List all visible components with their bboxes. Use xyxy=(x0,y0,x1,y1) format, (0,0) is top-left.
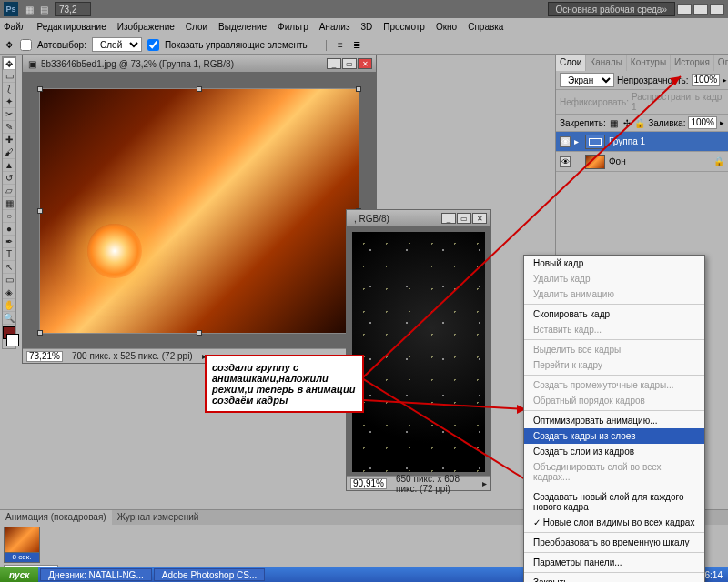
menu-item[interactable]: ✓ Новые слои видимы во всех кадрах xyxy=(524,515,704,530)
menu-window[interactable]: Окно xyxy=(436,22,457,32)
opacity-field[interactable]: 100% xyxy=(692,74,721,86)
doc1-dims: 700 пикс. x 525 пикс. (72 ppi) xyxy=(72,351,193,361)
move-tool-icon: ✥ xyxy=(4,39,15,50)
move-tool[interactable]: ✥ xyxy=(3,57,15,70)
autoselect-checkbox[interactable] xyxy=(20,39,32,51)
menu-analysis[interactable]: Анализ xyxy=(319,22,350,32)
maximize-icon[interactable]: ▭ xyxy=(693,4,708,15)
align-icon[interactable]: ≡ xyxy=(335,39,346,50)
menu-item: Создать промежуточные кадры... xyxy=(524,377,704,393)
crop-tool[interactable]: ✂ xyxy=(3,108,15,121)
close-icon[interactable]: ✕ xyxy=(710,4,724,15)
menu-item[interactable]: Создать слои из кадров xyxy=(524,444,704,459)
tab-actions[interactable]: Операции xyxy=(714,55,728,71)
blur-tool[interactable]: ○ xyxy=(3,210,15,223)
menu-item: Удалить кадр xyxy=(524,271,704,286)
zoom-tool[interactable]: 🔍 xyxy=(3,312,15,325)
bridge-icon[interactable]: ▦ xyxy=(24,4,35,15)
tab-paths[interactable]: Контуры xyxy=(627,55,671,71)
minibridge-icon[interactable]: ▤ xyxy=(38,4,49,15)
document-window-1: ▣ 5b33646b5ed1.jpg @ 73,2% (Группа 1, RG… xyxy=(22,55,377,364)
transform-handles[interactable] xyxy=(39,88,359,334)
menu-select[interactable]: Выделение xyxy=(218,22,267,32)
app-titlebar: Ps ▦ ▤ Основная рабочая среда » _ ▭ ✕ xyxy=(0,0,728,18)
doc1-max-button[interactable]: ▭ xyxy=(342,58,357,69)
taskbar-item[interactable]: Adobe Photoshop CS... xyxy=(154,568,266,581)
workspace-label: Основная рабочая среда xyxy=(556,5,662,15)
autoselect-label: Автовыбор: xyxy=(37,40,86,50)
tab-measure-log[interactable]: Журнал измерений xyxy=(112,510,205,525)
align-icon[interactable]: ≣ xyxy=(351,39,362,50)
autoselect-mode[interactable]: Слой xyxy=(92,37,142,52)
menu-item: Удалить анимацию xyxy=(524,286,704,302)
tab-layers[interactable]: Слои xyxy=(556,55,586,71)
toolbox: ✥ ▭ ⟅ ✦ ✂ ✎ ✚ 🖌 ▲ ↺ ▱ ▦ ○ ● ✒ T ↖ ▭ ◈ ✋ … xyxy=(2,56,16,349)
taskbar-item[interactable]: Дневник: NATALI-NG... xyxy=(40,568,151,581)
doc1-zoom-field[interactable] xyxy=(26,351,63,362)
frame-1[interactable]: 0 сек. xyxy=(4,527,40,563)
tab-animation[interactable]: Анимация (покадровая) xyxy=(0,510,112,525)
ps-doc-icon: ▣ xyxy=(26,58,37,69)
svg-line-0 xyxy=(362,378,544,491)
marquee-tool[interactable]: ▭ xyxy=(3,70,15,83)
tab-channels[interactable]: Каналы xyxy=(586,55,627,71)
menu-item[interactable]: Преобразовать во временную шкалу xyxy=(524,535,704,550)
tab-history[interactable]: История xyxy=(671,55,714,71)
brush-tool[interactable]: 🖌 xyxy=(3,146,15,159)
menu-item[interactable]: Закрыть xyxy=(524,575,704,582)
menu-file[interactable]: Файл xyxy=(4,22,26,32)
lasso-tool[interactable]: ⟅ xyxy=(3,83,15,95)
eraser-tool[interactable]: ▱ xyxy=(3,185,15,197)
heal-tool[interactable]: ✚ xyxy=(3,134,15,146)
menubar: Файл Редактирование Изображение Слои Выд… xyxy=(0,18,728,35)
menu-layer[interactable]: Слои xyxy=(186,22,207,32)
menu-3d[interactable]: 3D xyxy=(360,22,372,32)
menu-edit[interactable]: Редактирование xyxy=(37,22,106,32)
stamp-tool[interactable]: ▲ xyxy=(3,159,15,172)
frame-time[interactable]: 0 сек. xyxy=(5,553,39,562)
eyedropper-tool[interactable]: ✎ xyxy=(3,121,15,134)
svg-line-4 xyxy=(364,400,526,409)
menu-help[interactable]: Справка xyxy=(468,22,503,32)
menu-item[interactable]: Создавать новый слой для каждого нового … xyxy=(524,489,704,515)
menu-filter[interactable]: Фильтр xyxy=(278,22,308,32)
bg-color-swatch[interactable] xyxy=(6,334,19,346)
minimize-icon[interactable]: _ xyxy=(677,4,692,15)
menu-item: Объединировать слой во всех кадрах... xyxy=(524,459,704,485)
menu-item: Обратный порядок кадров xyxy=(524,393,704,408)
menu-item[interactable]: Скопировать кадр xyxy=(524,306,704,322)
hand-tool[interactable]: ✋ xyxy=(3,299,15,312)
zoom-field[interactable] xyxy=(55,2,91,16)
annotation-box: создали группу с анимашками,наложили реж… xyxy=(205,355,364,413)
menu-item[interactable]: Создать кадры из слоев xyxy=(524,428,704,444)
path-tool[interactable]: ↖ xyxy=(3,261,15,274)
menu-item: Перейти к кадру xyxy=(524,357,704,373)
menu-item: Вставить кадр... xyxy=(524,322,704,337)
menu-view[interactable]: Просмотр xyxy=(383,22,425,32)
doc1-close-button[interactable]: ✕ xyxy=(358,58,372,69)
animation-panel-menu: Новый кадрУдалить кадрУдалить анимациюСк… xyxy=(523,255,705,582)
dodge-tool[interactable]: ● xyxy=(3,223,15,236)
show-controls-checkbox[interactable] xyxy=(147,39,159,51)
ps-logo-icon: Ps xyxy=(4,2,18,16)
doc1-titlebar[interactable]: ▣ 5b33646b5ed1.jpg @ 73,2% (Группа 1, RG… xyxy=(23,55,376,72)
doc1-min-button[interactable]: _ xyxy=(327,58,341,69)
doc1-title: 5b33646b5ed1.jpg @ 73,2% (Группа 1, RGB/… xyxy=(41,59,234,69)
menu-item[interactable]: Новый кадр xyxy=(524,256,704,271)
3d-tool[interactable]: ◈ xyxy=(3,286,15,299)
lock-icon: 🔒 xyxy=(713,156,724,167)
frame-thumb xyxy=(5,527,39,553)
history-brush-tool[interactable]: ↺ xyxy=(3,172,15,185)
menu-item[interactable]: Параметры панели... xyxy=(524,555,704,570)
start-button[interactable]: пуск xyxy=(0,567,38,582)
fill-field[interactable]: 100% xyxy=(688,116,717,129)
wand-tool[interactable]: ✦ xyxy=(3,95,15,108)
menu-item[interactable]: Оптимизировать анимацию... xyxy=(524,413,704,428)
type-tool[interactable]: T xyxy=(3,248,15,261)
workspace-switcher[interactable]: Основная рабочая среда » xyxy=(548,2,675,16)
pen-tool[interactable]: ✒ xyxy=(3,236,15,248)
gradient-tool[interactable]: ▦ xyxy=(3,197,15,210)
menu-image[interactable]: Изображение xyxy=(117,22,175,32)
shape-tool[interactable]: ▭ xyxy=(3,274,15,286)
doc1-canvas[interactable] xyxy=(23,72,376,350)
